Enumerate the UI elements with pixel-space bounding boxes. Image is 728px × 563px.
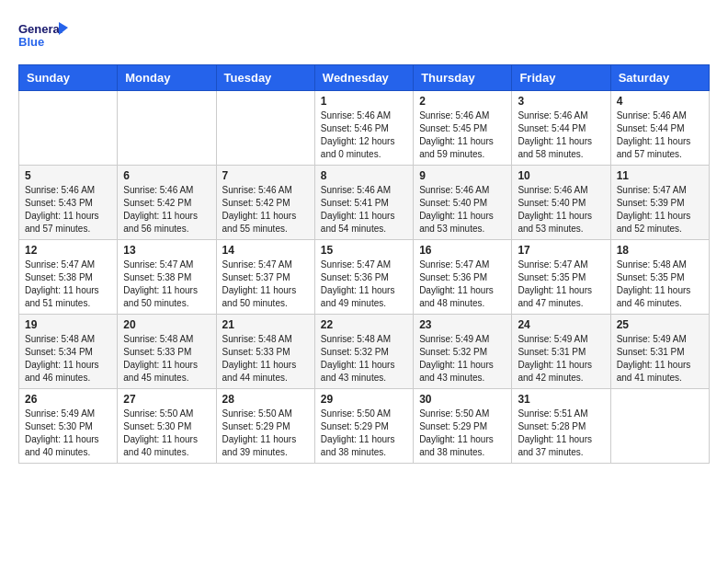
day-number: 31 — [518, 393, 604, 406]
calendar-cell: 17Sunrise: 5:47 AMSunset: 5:35 PMDayligh… — [512, 240, 610, 315]
calendar-cell: 13Sunrise: 5:47 AMSunset: 5:38 PMDayligh… — [118, 240, 216, 315]
calendar-cell: 27Sunrise: 5:50 AMSunset: 5:30 PMDayligh… — [118, 389, 216, 464]
day-number: 25 — [617, 318, 703, 331]
calendar-week-row: 1Sunrise: 5:46 AMSunset: 5:46 PMDaylight… — [19, 91, 710, 166]
calendar-cell: 4Sunrise: 5:46 AMSunset: 5:44 PMDaylight… — [610, 91, 709, 166]
day-number: 15 — [321, 244, 407, 257]
day-number: 10 — [518, 169, 604, 182]
calendar-cell: 22Sunrise: 5:48 AMSunset: 5:32 PMDayligh… — [314, 315, 413, 389]
day-info: Sunrise: 5:48 AMSunset: 5:34 PMDaylight:… — [25, 333, 111, 385]
calendar-cell: 21Sunrise: 5:48 AMSunset: 5:33 PMDayligh… — [216, 315, 314, 389]
day-info: Sunrise: 5:47 AMSunset: 5:37 PMDaylight:… — [222, 259, 309, 310]
svg-marker-2 — [59, 22, 68, 35]
weekday-header: Friday — [512, 65, 610, 91]
weekday-header: Monday — [118, 65, 216, 91]
day-info: Sunrise: 5:46 AMSunset: 5:46 PMDaylight:… — [321, 109, 407, 161]
day-info: Sunrise: 5:46 AMSunset: 5:43 PMDaylight:… — [25, 184, 111, 236]
day-number: 21 — [222, 318, 309, 331]
day-number: 19 — [25, 318, 111, 331]
day-info: Sunrise: 5:47 AMSunset: 5:39 PMDaylight:… — [617, 184, 703, 236]
day-number: 20 — [123, 318, 210, 331]
calendar-cell: 19Sunrise: 5:48 AMSunset: 5:34 PMDayligh… — [19, 315, 118, 389]
weekday-header: Wednesday — [314, 65, 413, 91]
day-info: Sunrise: 5:50 AMSunset: 5:29 PMDaylight:… — [419, 408, 506, 459]
day-number: 7 — [222, 169, 309, 182]
calendar-cell: 14Sunrise: 5:47 AMSunset: 5:37 PMDayligh… — [216, 240, 314, 315]
weekday-header-row: SundayMondayTuesdayWednesdayThursdayFrid… — [19, 65, 710, 91]
calendar-cell: 3Sunrise: 5:46 AMSunset: 5:44 PMDaylight… — [512, 91, 610, 166]
day-info: Sunrise: 5:46 AMSunset: 5:42 PMDaylight:… — [222, 184, 309, 236]
calendar-cell: 23Sunrise: 5:49 AMSunset: 5:32 PMDayligh… — [414, 315, 512, 389]
day-info: Sunrise: 5:46 AMSunset: 5:45 PMDaylight:… — [419, 109, 506, 161]
day-number: 9 — [419, 169, 506, 182]
day-info: Sunrise: 5:48 AMSunset: 5:35 PMDaylight:… — [617, 259, 703, 310]
calendar-cell: 15Sunrise: 5:47 AMSunset: 5:36 PMDayligh… — [314, 240, 413, 315]
calendar-cell: 25Sunrise: 5:49 AMSunset: 5:31 PMDayligh… — [610, 315, 709, 389]
weekday-header: Sunday — [19, 65, 118, 91]
day-info: Sunrise: 5:46 AMSunset: 5:42 PMDaylight:… — [123, 184, 210, 236]
calendar-cell: 5Sunrise: 5:46 AMSunset: 5:43 PMDaylight… — [19, 166, 118, 240]
calendar-cell: 28Sunrise: 5:50 AMSunset: 5:29 PMDayligh… — [216, 389, 314, 464]
svg-text:Blue: Blue — [18, 35, 44, 49]
day-number: 3 — [518, 95, 604, 108]
calendar-week-row: 26Sunrise: 5:49 AMSunset: 5:30 PMDayligh… — [19, 389, 710, 464]
day-info: Sunrise: 5:48 AMSunset: 5:32 PMDaylight:… — [321, 333, 407, 385]
day-info: Sunrise: 5:47 AMSunset: 5:36 PMDaylight:… — [321, 259, 407, 310]
day-number: 6 — [123, 169, 210, 182]
day-info: Sunrise: 5:47 AMSunset: 5:38 PMDaylight:… — [123, 259, 210, 310]
day-number: 27 — [123, 393, 210, 406]
day-number: 29 — [321, 393, 407, 406]
calendar-cell: 26Sunrise: 5:49 AMSunset: 5:30 PMDayligh… — [19, 389, 118, 464]
day-info: Sunrise: 5:49 AMSunset: 5:31 PMDaylight:… — [617, 333, 703, 385]
day-number: 2 — [419, 95, 506, 108]
calendar-cell: 11Sunrise: 5:47 AMSunset: 5:39 PMDayligh… — [610, 166, 709, 240]
day-info: Sunrise: 5:47 AMSunset: 5:36 PMDaylight:… — [419, 259, 506, 310]
day-number: 16 — [419, 244, 506, 257]
weekday-header: Saturday — [610, 65, 709, 91]
weekday-header: Thursday — [414, 65, 512, 91]
day-number: 1 — [321, 95, 407, 108]
day-info: Sunrise: 5:50 AMSunset: 5:30 PMDaylight:… — [123, 408, 210, 459]
day-info: Sunrise: 5:46 AMSunset: 5:44 PMDaylight:… — [617, 109, 703, 161]
svg-text:General: General — [18, 22, 63, 36]
day-number: 18 — [617, 244, 703, 257]
day-info: Sunrise: 5:49 AMSunset: 5:30 PMDaylight:… — [25, 408, 111, 459]
day-number: 5 — [25, 169, 111, 182]
day-info: Sunrise: 5:46 AMSunset: 5:40 PMDaylight:… — [419, 184, 506, 236]
day-number: 23 — [419, 318, 506, 331]
calendar-week-row: 5Sunrise: 5:46 AMSunset: 5:43 PMDaylight… — [19, 166, 710, 240]
day-info: Sunrise: 5:51 AMSunset: 5:28 PMDaylight:… — [518, 408, 604, 459]
logo-svg: General Blue — [18, 18, 69, 55]
day-info: Sunrise: 5:49 AMSunset: 5:32 PMDaylight:… — [419, 333, 506, 385]
day-info: Sunrise: 5:47 AMSunset: 5:38 PMDaylight:… — [25, 259, 111, 310]
calendar-cell — [118, 91, 216, 166]
day-number: 26 — [25, 393, 111, 406]
day-info: Sunrise: 5:46 AMSunset: 5:44 PMDaylight:… — [518, 109, 604, 161]
day-number: 22 — [321, 318, 407, 331]
day-number: 8 — [321, 169, 407, 182]
calendar-cell — [610, 389, 709, 464]
calendar-week-row: 19Sunrise: 5:48 AMSunset: 5:34 PMDayligh… — [19, 315, 710, 389]
day-info: Sunrise: 5:50 AMSunset: 5:29 PMDaylight:… — [222, 408, 309, 459]
calendar-cell: 1Sunrise: 5:46 AMSunset: 5:46 PMDaylight… — [314, 91, 413, 166]
weekday-header: Tuesday — [216, 65, 314, 91]
calendar-week-row: 12Sunrise: 5:47 AMSunset: 5:38 PMDayligh… — [19, 240, 710, 315]
calendar-cell — [19, 91, 118, 166]
day-info: Sunrise: 5:48 AMSunset: 5:33 PMDaylight:… — [222, 333, 309, 385]
calendar-table: SundayMondayTuesdayWednesdayThursdayFrid… — [18, 64, 710, 464]
day-number: 12 — [25, 244, 111, 257]
day-number: 30 — [419, 393, 506, 406]
calendar-cell: 30Sunrise: 5:50 AMSunset: 5:29 PMDayligh… — [414, 389, 512, 464]
calendar-cell: 2Sunrise: 5:46 AMSunset: 5:45 PMDaylight… — [414, 91, 512, 166]
day-info: Sunrise: 5:49 AMSunset: 5:31 PMDaylight:… — [518, 333, 604, 385]
day-number: 24 — [518, 318, 604, 331]
day-number: 11 — [617, 169, 703, 182]
calendar-cell: 24Sunrise: 5:49 AMSunset: 5:31 PMDayligh… — [512, 315, 610, 389]
page-header: General Blue — [18, 18, 710, 55]
day-number: 13 — [123, 244, 210, 257]
calendar-cell: 12Sunrise: 5:47 AMSunset: 5:38 PMDayligh… — [19, 240, 118, 315]
logo: General Blue — [18, 18, 69, 55]
day-number: 28 — [222, 393, 309, 406]
day-info: Sunrise: 5:46 AMSunset: 5:41 PMDaylight:… — [321, 184, 407, 236]
day-number: 4 — [617, 95, 703, 108]
